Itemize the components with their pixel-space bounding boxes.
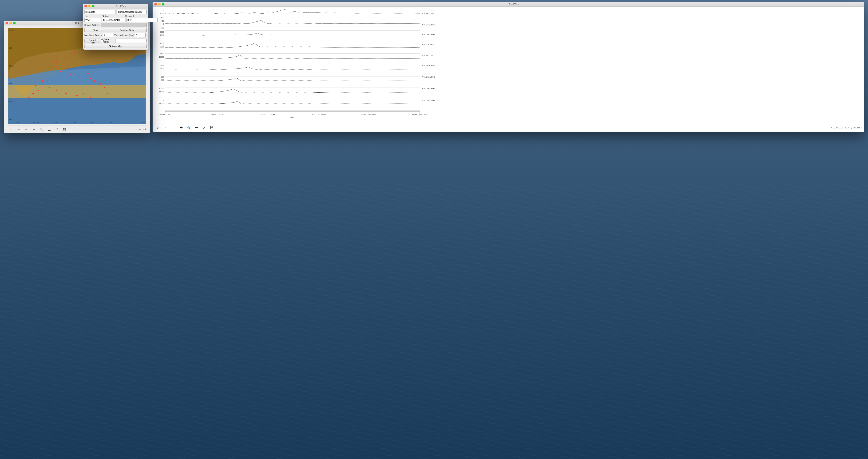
chart-forward-button[interactable]: → xyxy=(170,125,177,131)
realtime-minimize[interactable] xyxy=(158,3,161,5)
svg-text:WM.SFS.BHZ: WM.SFS.BHZ xyxy=(422,44,434,46)
metadata-input[interactable] xyxy=(84,10,116,14)
svg-text:-10000: -10000 xyxy=(158,56,164,58)
close-button[interactable] xyxy=(84,5,87,7)
max-traces-row: Max Num Traces Time Window (min) xyxy=(84,33,147,37)
chart-trend-button[interactable]: ↗ xyxy=(201,125,207,131)
station-dot xyxy=(76,95,78,96)
svg-text:1000: 1000 xyxy=(160,34,164,36)
chart-save-button[interactable]: 💾 xyxy=(209,125,215,131)
station-dot xyxy=(49,87,50,88)
minimize-button[interactable] xyxy=(88,5,91,7)
svg-text:-800: -800 xyxy=(160,79,164,81)
map-home-button[interactable]: ⌂ xyxy=(8,126,14,132)
lon-label-0: 15°W xyxy=(14,122,19,124)
max-traces-label: Max Num Traces xyxy=(84,34,102,36)
svg-text:21/08/11/17:45:00: 21/08/11/17:45:00 xyxy=(209,113,224,116)
save-data-checkbox[interactable] xyxy=(101,39,104,42)
coord-display: x=21/08/11/17:42:47 y=-63.6862 xyxy=(831,126,862,129)
svg-text:2500: 2500 xyxy=(160,12,164,14)
station-dot xyxy=(87,73,89,74)
lat-label-0: 42°N xyxy=(9,29,13,31)
svg-text:WM.EMAL.BHE: WM.EMAL.BHE xyxy=(422,24,435,26)
station-dot xyxy=(65,56,66,58)
ocean-texture xyxy=(0,184,868,459)
station-dot xyxy=(73,52,75,53)
map-forward-button[interactable]: → xyxy=(23,126,29,132)
station-dot xyxy=(56,61,57,62)
stations-map-button[interactable]: Stations Map xyxy=(84,44,147,48)
svg-text:-7500: -7500 xyxy=(159,53,164,55)
svg-text:-600: -600 xyxy=(160,67,164,69)
server-address-row: Server Address xyxy=(84,23,147,27)
stop-retrieve-row: Stop Retrieve Data xyxy=(84,28,147,32)
lat-label-1: 40.5 xyxy=(9,47,13,49)
lon-label-1: 12.5°W xyxy=(33,122,39,124)
data-retrieval-close[interactable] xyxy=(5,22,8,24)
realtime-maximize[interactable] xyxy=(162,3,164,5)
map-back-button[interactable]: ← xyxy=(16,126,22,132)
map-zoom-button[interactable]: 🔍 xyxy=(38,126,44,132)
svg-text:0: 0 xyxy=(163,23,164,25)
chart-toolbar: ⌂ ← → ✛ 🔍 ⚌ ↗ 💾 x=21/08/11/17:42:47 y=-6… xyxy=(153,123,864,132)
chart-pan-button[interactable]: ✛ xyxy=(178,125,184,131)
max-traces-input[interactable] xyxy=(103,33,113,37)
time-window-input[interactable] xyxy=(135,33,146,37)
svg-text:21/08/11/17:46:00: 21/08/11/17:46:00 xyxy=(259,113,275,116)
map-pan-button[interactable]: ✛ xyxy=(31,126,37,132)
stations-map-row: Stations Map xyxy=(84,44,147,48)
svg-text:-2500: -2500 xyxy=(159,17,164,19)
data-retrieval-minimize[interactable] xyxy=(9,22,12,24)
control-panel-titlebar: Real Time xyxy=(83,4,148,8)
station-dot xyxy=(60,71,61,72)
lat-label-2: 39°N xyxy=(9,65,13,67)
station-dot xyxy=(90,78,91,79)
stop-button[interactable]: Stop xyxy=(84,28,106,32)
net-header: Net xyxy=(85,15,102,18)
station-dot xyxy=(32,93,34,94)
lat-label-5: 34.5 xyxy=(9,118,13,120)
realtime-close[interactable] xyxy=(154,3,157,5)
net-input[interactable] xyxy=(84,18,101,22)
map-save-button[interactable]: 💾 xyxy=(61,126,67,132)
svg-text:5000: 5000 xyxy=(160,46,164,48)
lon-label-7: 2.5°E xyxy=(141,122,145,124)
channel-input[interactable] xyxy=(126,18,158,22)
output-path-button[interactable]: Output Path xyxy=(84,38,100,43)
svg-text:400: 400 xyxy=(161,64,164,66)
realtime-window: Real Time xyxy=(153,2,864,132)
save-data-label: Save Data xyxy=(104,38,115,43)
station-dot xyxy=(83,93,84,94)
station-dot xyxy=(106,93,108,94)
zoom-rect-label: zoom rect xyxy=(135,128,146,130)
svg-text:0: 0 xyxy=(163,99,164,101)
station-dot xyxy=(90,97,91,98)
svg-text:400: 400 xyxy=(161,20,164,22)
chart-home-button[interactable]: ⌂ xyxy=(155,125,161,131)
retrieve-data-button[interactable]: Retrieve Data xyxy=(107,28,147,32)
svg-text:WM.EMAL.BHN: WM.EMAL.BHN xyxy=(422,64,435,66)
svg-text:-1000: -1000 xyxy=(159,102,164,104)
station-dot xyxy=(94,80,95,82)
maximize-button[interactable] xyxy=(92,5,94,7)
data-retrieval-maximize[interactable] xyxy=(13,22,16,24)
station-dot xyxy=(97,100,98,101)
output-path-input[interactable] xyxy=(115,38,147,43)
station-input[interactable] xyxy=(102,18,125,22)
chart-back-button[interactable]: ← xyxy=(163,125,169,131)
station-dot xyxy=(69,73,71,75)
station-dot xyxy=(100,83,101,85)
metadata-path-input[interactable] xyxy=(117,10,147,14)
chart-settings-button[interactable]: ⚌ xyxy=(193,125,199,131)
chart-zoom-button[interactable]: 🔍 xyxy=(186,125,192,131)
server-address-input[interactable] xyxy=(101,23,147,27)
lon-label-2: 10°W xyxy=(53,122,57,124)
svg-text:12000: 12000 xyxy=(159,88,164,90)
lon-label-5: 2.5°W xyxy=(107,122,112,124)
svg-text:21/08/11/17:44:00: 21/08/11/17:44:00 xyxy=(158,113,173,116)
station-dot xyxy=(79,75,80,77)
map-settings-button[interactable]: ⚌ xyxy=(46,126,52,132)
map-trend-button[interactable]: ↗ xyxy=(54,126,60,132)
station-dot xyxy=(38,90,39,91)
realtime-content: 21/08/11/17:44:00 21/08/11/17:45:00 21/0… xyxy=(153,6,864,132)
